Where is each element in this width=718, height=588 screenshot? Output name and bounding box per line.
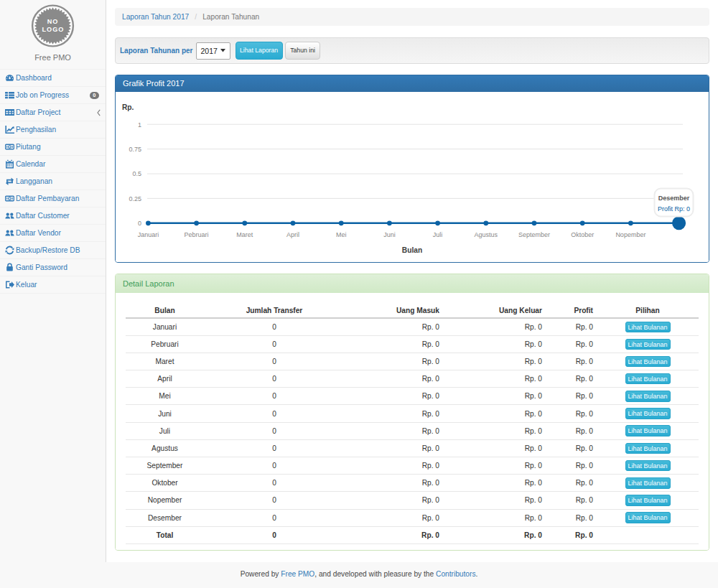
svg-text:Agustus: Agustus bbox=[475, 231, 498, 238]
svg-text:1: 1 bbox=[138, 121, 141, 129]
svg-text:Juni: Juni bbox=[383, 231, 396, 238]
svg-text:Bulan: Bulan bbox=[402, 246, 422, 254]
svg-text:0: 0 bbox=[138, 220, 141, 227]
svg-text:April: April bbox=[286, 231, 299, 238]
svg-text:0.5: 0.5 bbox=[132, 170, 141, 177]
svg-text:Desember: Desember bbox=[658, 195, 690, 202]
svg-text:Mei: Mei bbox=[336, 231, 347, 238]
svg-text:NO: NO bbox=[47, 18, 59, 25]
svg-text:0.25: 0.25 bbox=[129, 195, 141, 202]
svg-text:September: September bbox=[518, 231, 550, 238]
svg-text:Nopember: Nopember bbox=[615, 231, 645, 238]
svg-text:Pebruari: Pebruari bbox=[185, 231, 209, 238]
svg-text:Maret: Maret bbox=[236, 231, 253, 238]
svg-text:Juli: Juli bbox=[433, 231, 443, 238]
svg-text:Rp.: Rp. bbox=[122, 103, 134, 111]
svg-text:Oktober: Oktober bbox=[571, 231, 594, 238]
svg-text:Januari: Januari bbox=[138, 231, 159, 238]
svg-text:Profit Rp: 0: Profit Rp: 0 bbox=[658, 205, 690, 213]
svg-text:0.75: 0.75 bbox=[129, 146, 141, 153]
svg-text:LOGO: LOGO bbox=[42, 26, 65, 33]
